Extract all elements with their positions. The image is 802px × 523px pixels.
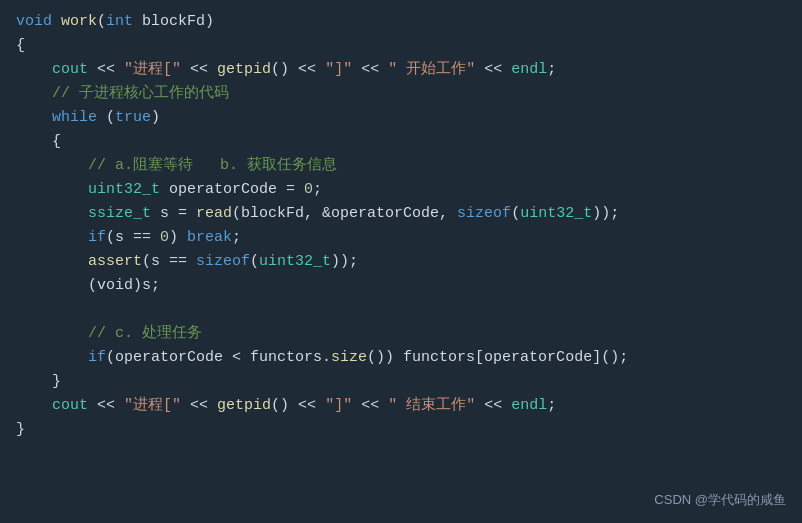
indent	[16, 202, 88, 226]
token: if	[88, 346, 106, 370]
token: endl	[511, 394, 547, 418]
token: (	[97, 106, 115, 130]
token: <<	[289, 394, 325, 418]
indent	[16, 226, 88, 250]
token: break	[187, 226, 232, 250]
code-line: (void)s;	[0, 274, 802, 298]
indent	[16, 82, 52, 106]
token: int	[106, 10, 133, 34]
token: cout	[52, 58, 88, 82]
token: 0	[160, 226, 169, 250]
token: sizeof	[196, 250, 250, 274]
code-line: if(s == 0) break;	[0, 226, 802, 250]
token: (void)s;	[88, 274, 160, 298]
code-line: while (true)	[0, 106, 802, 130]
code-line: assert(s == sizeof(uint32_t));	[0, 250, 802, 274]
token: )	[205, 10, 214, 34]
indent	[16, 274, 88, 298]
token: "]"	[325, 394, 352, 418]
token: endl	[511, 58, 547, 82]
token: ()) functors[operatorCode]();	[367, 346, 628, 370]
indent	[16, 250, 88, 274]
token: "进程["	[124, 58, 181, 82]
indent	[16, 130, 52, 154]
token: <<	[88, 394, 124, 418]
token: uint32_t	[520, 202, 592, 226]
token	[52, 10, 61, 34]
token: getpid	[217, 394, 271, 418]
code-line: {	[0, 130, 802, 154]
token: <<	[475, 58, 511, 82]
code-line	[0, 298, 802, 322]
token: uint32_t	[259, 250, 331, 274]
token: <<	[181, 58, 217, 82]
token: read	[196, 202, 232, 226]
token: (operatorCode < functors.	[106, 346, 331, 370]
code-editor: void work(int blockFd){ cout << "进程[" <<…	[0, 0, 802, 523]
token: (	[250, 250, 259, 274]
token: true	[115, 106, 151, 130]
token: <<	[475, 394, 511, 418]
token: while	[52, 106, 97, 130]
token: <<	[352, 394, 388, 418]
token: 0	[304, 178, 313, 202]
token: operatorCode =	[160, 178, 304, 202]
token: ;	[547, 394, 556, 418]
token: (	[97, 10, 106, 34]
token: )	[151, 106, 160, 130]
token: ));	[592, 202, 619, 226]
token: "进程["	[124, 394, 181, 418]
token: "]"	[325, 58, 352, 82]
token: // c. 处理任务	[88, 322, 202, 346]
token: (	[511, 202, 520, 226]
token: uint32_t	[88, 178, 160, 202]
code-line: if(operatorCode < functors.size()) funct…	[0, 346, 802, 370]
token: " 结束工作"	[388, 394, 475, 418]
indent	[16, 178, 88, 202]
code-line: cout << "进程[" << getpid() << "]" << " 开始…	[0, 58, 802, 82]
token: ));	[331, 250, 358, 274]
token: (s ==	[106, 226, 160, 250]
indent	[16, 346, 88, 370]
token: {	[52, 130, 61, 154]
code-line: void work(int blockFd)	[0, 10, 802, 34]
token: <<	[88, 58, 124, 82]
token: (blockFd, &operatorCode,	[232, 202, 457, 226]
token: }	[16, 418, 25, 442]
token: s =	[151, 202, 196, 226]
code-line: }	[0, 418, 802, 442]
code-line: ssize_t s = read(blockFd, &operatorCode,…	[0, 202, 802, 226]
token: void	[16, 10, 52, 34]
token: <<	[352, 58, 388, 82]
token: <<	[289, 58, 325, 82]
token: }	[52, 370, 61, 394]
indent	[16, 106, 52, 130]
token: " 开始工作"	[388, 58, 475, 82]
token: getpid	[217, 58, 271, 82]
indent	[16, 394, 52, 418]
code-line: cout << "进程[" << getpid() << "]" << " 结束…	[0, 394, 802, 418]
code-line: {	[0, 34, 802, 58]
token: if	[88, 226, 106, 250]
token: ssize_t	[88, 202, 151, 226]
token: // 子进程核心工作的代码	[52, 82, 229, 106]
token: sizeof	[457, 202, 511, 226]
token: cout	[52, 394, 88, 418]
token: {	[16, 34, 25, 58]
token: assert	[88, 250, 142, 274]
token: )	[169, 226, 187, 250]
token: <<	[181, 394, 217, 418]
token: ()	[271, 58, 289, 82]
indent	[16, 370, 52, 394]
token: ;	[232, 226, 241, 250]
indent	[16, 322, 88, 346]
code-line: }	[0, 370, 802, 394]
indent	[16, 58, 52, 82]
token: blockFd	[133, 10, 205, 34]
token: work	[61, 10, 97, 34]
indent	[16, 154, 88, 178]
token: ()	[271, 394, 289, 418]
token: ;	[547, 58, 556, 82]
watermark: CSDN @学代码的咸鱼	[654, 490, 786, 511]
token: ;	[313, 178, 322, 202]
